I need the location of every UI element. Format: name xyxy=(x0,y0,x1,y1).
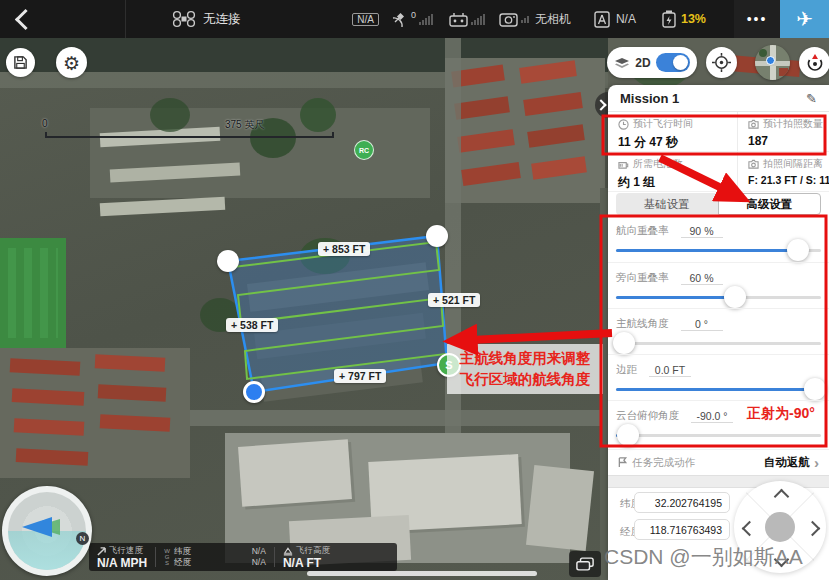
toggle-knob xyxy=(673,55,688,70)
slider-value-field[interactable]: 0.0 FT xyxy=(649,364,691,377)
slider-value-field[interactable]: 90 % xyxy=(681,225,723,238)
stat-label: 预计拍照数量 xyxy=(763,117,823,131)
dpad-left-icon[interactable] xyxy=(742,521,758,537)
aircraft-status-badge: N/A xyxy=(352,13,379,26)
ellipsis-icon: ••• xyxy=(747,11,768,27)
battery-small-icon xyxy=(618,159,629,170)
slider-handle[interactable] xyxy=(724,286,746,308)
rc-marker-label: RC xyxy=(359,147,369,154)
compass-reset-button[interactable] xyxy=(799,47,829,78)
slider-group-3: 边距0.0 FT xyxy=(608,354,829,400)
stat-value: 11 分 47 秒 xyxy=(618,134,737,151)
drone-icon xyxy=(172,10,196,28)
dpad-right-icon[interactable] xyxy=(805,521,821,537)
topbar-divider xyxy=(125,0,126,38)
dpad-up-icon[interactable] xyxy=(774,489,790,505)
status-bar: 无连接 N/A 0 无相机 N/A 13% ••• ✈ xyxy=(0,0,829,38)
photo-interval-icon xyxy=(748,159,759,170)
locate-button[interactable] xyxy=(706,47,737,78)
map-mode-pill[interactable]: 2D xyxy=(607,47,697,78)
edge-length-bottom: + 797 FT xyxy=(334,369,386,383)
telemetry-lng-label: 经度 xyxy=(174,557,191,568)
tab-advanced-settings[interactable]: 高级设置 xyxy=(718,193,822,215)
rc-signal-bars xyxy=(471,14,485,25)
stat-cell-0: 预计飞行时间11 分 47 秒 xyxy=(608,112,737,152)
slider-fill xyxy=(616,296,735,299)
battery-icon xyxy=(662,10,676,28)
chevron-right-icon: › xyxy=(814,458,819,468)
slider-handle[interactable] xyxy=(804,378,826,400)
camera-frames-icon xyxy=(576,557,594,571)
clock-icon xyxy=(618,119,629,130)
speed-value: N/A MPH xyxy=(97,557,147,569)
slider-track[interactable] xyxy=(616,388,821,391)
save-icon xyxy=(13,55,28,70)
altitude-value: N/A FT xyxy=(283,557,330,569)
back-chevron-icon xyxy=(14,8,35,29)
slider-value-field[interactable]: 60 % xyxy=(681,272,723,285)
start-flight-button[interactable]: ✈ xyxy=(780,0,829,38)
camera-icon xyxy=(499,12,518,27)
edge-length-left: + 538 FT xyxy=(226,318,278,332)
polygon-corner-handle-bottomleft-selected[interactable] xyxy=(243,381,265,403)
edge-length-right: + 521 FT xyxy=(428,293,480,307)
annotation-line1: 主航线角度用来调整 xyxy=(460,348,591,369)
slider-value-field[interactable]: -90.0 ° xyxy=(691,410,733,423)
flight-mode-icon xyxy=(593,11,611,28)
slider-handle[interactable] xyxy=(617,424,639,446)
polygon-corner-handle-topleft[interactable] xyxy=(217,250,239,272)
flight-mode-value: N/A xyxy=(616,12,636,26)
satellite-signal-bars xyxy=(419,14,433,25)
camera-signal-bars xyxy=(521,16,529,23)
slider-label: 云台俯仰角度 xyxy=(616,409,679,423)
compass-icon xyxy=(805,53,825,73)
scale-line xyxy=(45,132,334,138)
slider-label: 边距 xyxy=(616,363,637,377)
stat-cell-1: 预计拍照数量187 xyxy=(737,112,829,152)
map-mode-label: 2D xyxy=(635,56,650,70)
mission-title: Mission 1 xyxy=(620,91,679,106)
telemetry-altitude: 飞行高度 N/A FT xyxy=(275,545,338,569)
latitude-input[interactable]: 32.202764195 xyxy=(634,492,730,513)
stat-cell-2: 所需电池数约 1 组 xyxy=(608,152,737,192)
stat-value: 约 1 组 xyxy=(618,174,737,191)
slider-track[interactable] xyxy=(616,249,821,252)
speed-arrow-icon xyxy=(97,547,106,556)
slider-group-4: 云台俯仰角度-90.0 °正射为-90° xyxy=(608,400,829,446)
scale-end: 375 英尺 xyxy=(225,118,264,132)
slider-label: 旁向重叠率 xyxy=(616,271,669,285)
slider-group-1: 旁向重叠率60 % xyxy=(608,262,829,308)
stat-value: F: 21.3 FT / S: 113.6 FT xyxy=(748,174,829,186)
slider-handle[interactable] xyxy=(787,239,809,261)
map-2d-toggle[interactable] xyxy=(656,53,690,72)
mission-settings-button[interactable]: ⚙ xyxy=(56,47,87,78)
home-indicator[interactable] xyxy=(307,571,537,576)
finish-action-value: 自动返航 xyxy=(764,455,810,470)
slider-track[interactable] xyxy=(616,296,821,299)
polygon-corner-handle-topright[interactable] xyxy=(426,225,448,247)
mission-panel: Mission 1 ✎ 预计飞行时间11 分 47 秒预计拍照数量187所需电池… xyxy=(608,85,829,580)
slider-label: 主航线角度 xyxy=(616,317,669,331)
longitude-input[interactable]: 118.716763493 xyxy=(634,519,730,540)
remote-controller-icon xyxy=(449,12,468,27)
dpad-center-knob[interactable] xyxy=(765,512,795,542)
slider-track[interactable] xyxy=(616,342,821,345)
back-button[interactable] xyxy=(0,12,50,27)
tab-basic-settings[interactable]: 基础设置 xyxy=(616,193,718,215)
compass-aircraft-arrow xyxy=(22,517,52,537)
gear-icon: ⚙ xyxy=(63,52,80,74)
more-menu-button[interactable]: ••• xyxy=(734,0,780,38)
telemetry-position: WGS 纬度N/A 经度N/A xyxy=(156,546,274,568)
annotation-line2: 飞行区域的航线角度 xyxy=(460,369,591,390)
edit-mission-icon[interactable]: ✎ xyxy=(806,91,817,106)
map-capture-button[interactable] xyxy=(569,551,601,577)
minimap-button[interactable] xyxy=(755,45,790,80)
slider-group-2: 主航线角度0 ° xyxy=(608,308,829,354)
stat-cell-3: 拍照间隔距离F: 21.3 FT / S: 113.6 FT xyxy=(737,152,829,192)
slider-value-field[interactable]: 0 ° xyxy=(681,318,723,331)
finish-action-row[interactable]: 任务完成动作 自动返航 › xyxy=(608,449,829,475)
slider-handle[interactable] xyxy=(613,332,635,354)
save-mission-button[interactable] xyxy=(6,48,35,77)
mission-header: Mission 1 ✎ xyxy=(608,85,829,112)
slider-track[interactable] xyxy=(616,434,821,437)
